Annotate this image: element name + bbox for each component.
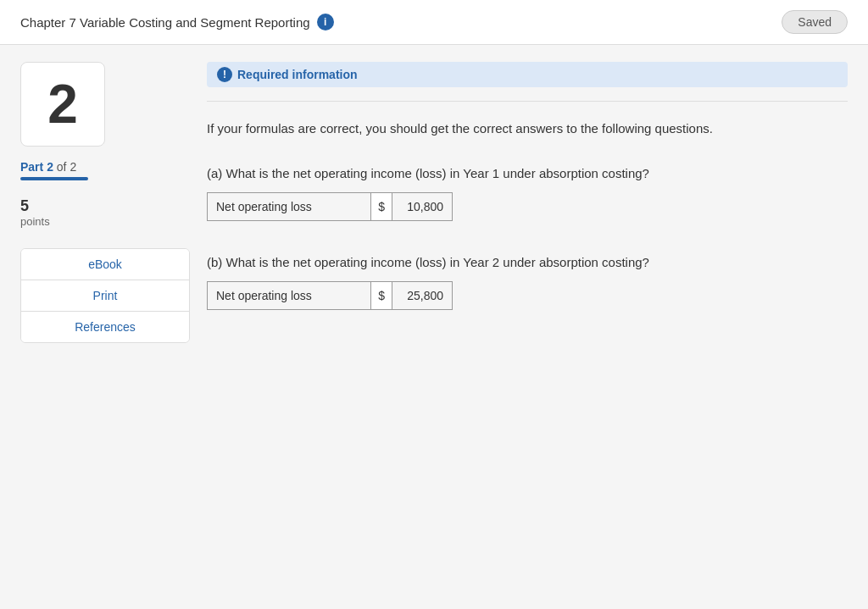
points-section: 5 points bbox=[20, 197, 190, 228]
top-bar: Chapter 7 Variable Costing and Segment R… bbox=[0, 0, 868, 45]
answer-row-a: Net operating loss $ 10,800 bbox=[207, 192, 453, 221]
info-icon[interactable]: i bbox=[317, 14, 334, 30]
part-progress bbox=[20, 177, 88, 180]
answer-b-label: Net operating loss bbox=[208, 282, 371, 309]
print-button[interactable]: Print bbox=[21, 280, 189, 312]
sidebar-buttons: eBook Print References bbox=[20, 248, 190, 343]
left-panel: 2 Part 2 of 2 5 points eBook Print Refer… bbox=[20, 62, 190, 343]
saved-button[interactable]: Saved bbox=[782, 10, 848, 34]
page-title: Chapter 7 Variable Costing and Segment R… bbox=[20, 15, 310, 30]
part-of: of 2 bbox=[57, 160, 76, 174]
references-button[interactable]: References bbox=[21, 312, 189, 342]
part-label: Part 2 of 2 bbox=[20, 160, 190, 174]
answer-row-b: Net operating loss $ 25,800 bbox=[207, 281, 453, 310]
answer-a-label: Net operating loss bbox=[208, 193, 371, 220]
answer-b-dollar: $ bbox=[371, 282, 392, 309]
required-text: Required information bbox=[237, 68, 358, 81]
divider bbox=[207, 101, 848, 102]
part-info: Part 2 of 2 bbox=[20, 160, 190, 180]
required-badge: ! Required information bbox=[207, 62, 848, 87]
question-a: (a) What is the net operating income (lo… bbox=[207, 166, 848, 180]
question-b: (b) What is the net operating income (lo… bbox=[207, 255, 848, 269]
ebook-button[interactable]: eBook bbox=[21, 249, 189, 280]
required-icon: ! bbox=[217, 67, 232, 82]
points-number: 5 bbox=[20, 197, 190, 215]
answer-a-dollar: $ bbox=[371, 193, 392, 220]
intro-text: If your formulas are correct, you should… bbox=[207, 119, 848, 139]
answer-b-value: 25,800 bbox=[392, 282, 452, 309]
part-bold: Part 2 bbox=[20, 160, 57, 174]
question-number-box: 2 bbox=[20, 62, 105, 147]
main-content: 2 Part 2 of 2 5 points eBook Print Refer… bbox=[0, 45, 868, 360]
answer-a-value: 10,800 bbox=[392, 193, 452, 220]
points-label: points bbox=[20, 215, 190, 228]
question-number: 2 bbox=[47, 73, 78, 136]
right-panel: ! Required information If your formulas … bbox=[207, 62, 848, 343]
top-bar-left: Chapter 7 Variable Costing and Segment R… bbox=[20, 14, 334, 30]
